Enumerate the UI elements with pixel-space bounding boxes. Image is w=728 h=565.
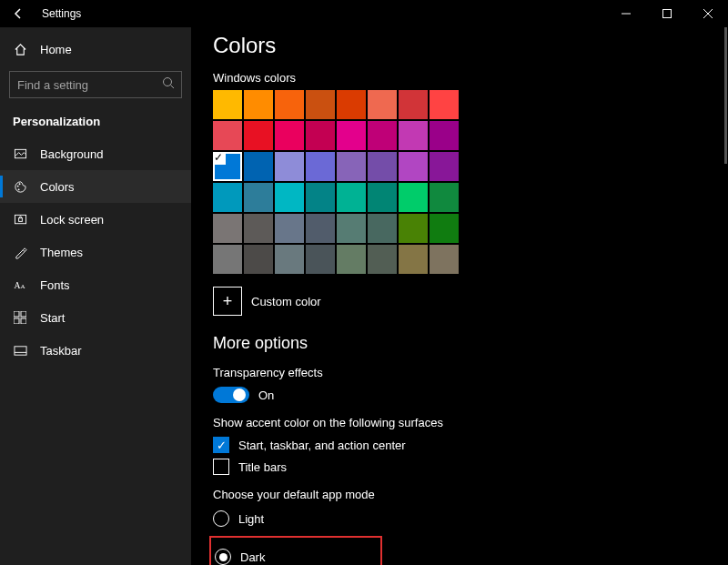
color-swatch[interactable] xyxy=(430,152,459,181)
color-swatch[interactable] xyxy=(244,183,273,212)
checkbox-label: Title bars xyxy=(238,460,287,474)
checkbox-start-taskbar[interactable]: ✓ Start, taskbar, and action center xyxy=(213,437,728,453)
color-swatch[interactable] xyxy=(337,245,366,274)
sidebar-section-title: Personalization xyxy=(0,104,191,137)
sidebar-item-label: Lock screen xyxy=(40,213,104,227)
svg-point-9 xyxy=(17,188,19,190)
color-swatch[interactable] xyxy=(368,214,397,243)
fonts-icon: AA xyxy=(13,277,27,292)
transparency-toggle[interactable] xyxy=(213,387,249,403)
sidebar-item-label: Themes xyxy=(40,246,83,259)
colors-icon xyxy=(13,179,27,194)
color-swatch[interactable] xyxy=(399,90,428,119)
color-swatch[interactable] xyxy=(275,121,304,150)
color-swatch[interactable] xyxy=(244,121,273,150)
color-swatch[interactable] xyxy=(306,152,335,181)
start-icon xyxy=(13,310,27,325)
color-swatch[interactable] xyxy=(337,214,366,243)
color-swatch[interactable] xyxy=(306,121,335,150)
sidebar-item-colors[interactable]: Colors xyxy=(0,170,191,203)
content-area: Colors Windows colors ✓ + Custom color M… xyxy=(191,27,728,565)
themes-icon xyxy=(13,245,27,259)
color-swatch[interactable] xyxy=(430,121,459,150)
app-mode-label: Choose your default app mode xyxy=(213,488,728,501)
color-swatch[interactable] xyxy=(337,90,366,119)
scrollbar[interactable] xyxy=(724,27,727,164)
color-swatch[interactable] xyxy=(213,214,242,243)
transparency-label: Transparency effects xyxy=(213,366,728,379)
color-swatch[interactable] xyxy=(275,245,304,274)
color-swatch[interactable] xyxy=(244,245,273,274)
color-swatch[interactable] xyxy=(430,214,459,243)
svg-rect-14 xyxy=(14,311,19,317)
color-swatch[interactable] xyxy=(337,121,366,150)
sidebar-item-label: Colors xyxy=(40,180,75,194)
color-swatch[interactable] xyxy=(430,183,459,212)
color-swatch[interactable] xyxy=(213,245,242,274)
color-swatch[interactable] xyxy=(368,152,397,181)
color-swatch[interactable] xyxy=(244,152,273,181)
plus-icon: + xyxy=(213,287,242,316)
transparency-state: On xyxy=(258,388,274,402)
sidebar-item-taskbar[interactable]: Taskbar xyxy=(0,334,191,367)
color-swatch[interactable] xyxy=(306,245,335,274)
window-title: Settings xyxy=(42,7,81,20)
close-button[interactable] xyxy=(687,0,728,27)
radio-dark[interactable]: Dark xyxy=(215,547,377,565)
color-swatch[interactable] xyxy=(368,245,397,274)
color-swatch[interactable] xyxy=(306,90,335,119)
color-swatch[interactable] xyxy=(275,90,304,119)
radio-light[interactable]: Light xyxy=(213,509,728,529)
color-swatch[interactable] xyxy=(244,214,273,243)
svg-rect-1 xyxy=(662,10,671,18)
checkbox-titlebars[interactable]: Title bars xyxy=(213,459,728,475)
color-swatch[interactable] xyxy=(368,183,397,212)
color-swatch[interactable] xyxy=(399,183,428,212)
svg-text:A: A xyxy=(20,283,25,290)
sidebar-item-label: Fonts xyxy=(40,278,70,292)
color-swatch[interactable] xyxy=(399,121,428,150)
background-icon xyxy=(13,146,27,161)
nav-home-label: Home xyxy=(40,43,72,56)
color-swatch[interactable] xyxy=(213,121,242,150)
back-button[interactable] xyxy=(7,3,29,25)
minimize-button[interactable] xyxy=(605,0,646,27)
color-swatch[interactable] xyxy=(337,152,366,181)
custom-color-button[interactable]: + Custom color xyxy=(213,287,728,316)
color-swatch[interactable] xyxy=(368,121,397,150)
color-swatch[interactable] xyxy=(399,245,428,274)
color-swatch[interactable] xyxy=(399,152,428,181)
checkbox-label: Start, taskbar, and action center xyxy=(238,439,406,452)
radio-icon xyxy=(213,510,229,527)
color-swatch[interactable] xyxy=(275,183,304,212)
color-swatch[interactable] xyxy=(275,152,304,181)
color-swatch[interactable] xyxy=(275,214,304,243)
color-swatch[interactable] xyxy=(213,90,242,119)
home-icon xyxy=(13,43,27,56)
color-swatch[interactable] xyxy=(306,214,335,243)
color-swatch[interactable] xyxy=(337,183,366,212)
checkbox-icon: ✓ xyxy=(213,437,229,453)
color-swatch[interactable] xyxy=(213,183,242,212)
more-options-heading: More options xyxy=(213,334,728,353)
sidebar-item-lockscreen[interactable]: Lock screen xyxy=(0,203,191,236)
search-input[interactable] xyxy=(9,71,182,98)
color-swatch[interactable]: ✓ xyxy=(213,152,242,181)
accent-surfaces-label: Show accent color on the following surfa… xyxy=(213,416,728,429)
color-swatch[interactable] xyxy=(399,214,428,243)
color-swatch[interactable] xyxy=(430,90,459,119)
color-swatch[interactable] xyxy=(430,245,459,274)
svg-rect-16 xyxy=(14,318,19,324)
nav-home[interactable]: Home xyxy=(0,33,191,66)
sidebar-item-label: Background xyxy=(40,147,103,161)
color-swatch[interactable] xyxy=(368,90,397,119)
maximize-button[interactable] xyxy=(646,0,687,27)
sidebar-item-fonts[interactable]: AA Fonts xyxy=(0,268,191,301)
sidebar-item-start[interactable]: Start xyxy=(0,301,191,334)
sidebar-item-themes[interactable]: Themes xyxy=(0,236,191,268)
lockscreen-icon xyxy=(13,212,27,227)
svg-rect-15 xyxy=(21,311,26,317)
color-swatch[interactable] xyxy=(244,90,273,119)
color-swatch[interactable] xyxy=(306,183,335,212)
sidebar-item-background[interactable]: Background xyxy=(0,137,191,170)
